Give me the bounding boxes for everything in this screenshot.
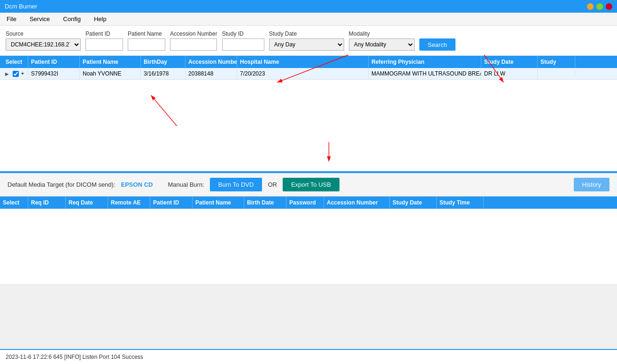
study-date-label: Study Date: [269, 30, 344, 37]
minimize-btn[interactable]: [587, 3, 594, 10]
status-message: 2023-11-6 17:22:6 645 [INFO] Listen Port…: [6, 354, 143, 360]
patient-name-field-group: Patient Name: [128, 30, 165, 51]
row-accession-number: 20388148: [185, 68, 237, 79]
manual-burn-label: Manual Burn:: [168, 181, 204, 188]
accession-number-field-group: Accession Number: [170, 30, 217, 51]
top-table-body: ▶ + S7999432I Noah YVONNE 3/16/1978 2038…: [0, 68, 617, 171]
col-hospital-name: Hospital Name: [237, 56, 369, 68]
top-table: Select Patient ID Patient Name BirthDay …: [0, 56, 617, 171]
btcol-req-date: Req Date: [66, 197, 108, 209]
row-expand-arrow[interactable]: ▶: [3, 71, 11, 76]
bottom-table: Select Req ID Req Date Remote AE Patient…: [0, 197, 617, 284]
btcol-remote-ae: Remote AE: [108, 197, 150, 209]
col-accession-number: Accession Number: [185, 56, 237, 68]
study-id-input[interactable]: [222, 38, 264, 51]
col-select: Select: [0, 56, 28, 68]
row-patient-name: Noah YVONNE: [80, 68, 141, 79]
bottom-table-body: [0, 209, 617, 284]
source-label: Source: [6, 30, 81, 37]
study-id-label: Study ID: [222, 30, 264, 37]
btcol-req-id: Req ID: [28, 197, 66, 209]
col-referring-physician: Referring Physician: [369, 56, 481, 68]
close-btn[interactable]: [606, 3, 612, 10]
app-title: Dcm Burner: [5, 3, 37, 10]
menu-service[interactable]: Service: [27, 15, 53, 23]
menu-bar: File Service Config Help: [0, 13, 617, 26]
burn-to-dvd-button[interactable]: Burn To DVD: [210, 178, 262, 191]
modality-label: Modality: [349, 30, 415, 37]
modality-select[interactable]: Any Modality: [349, 38, 415, 51]
history-button[interactable]: History: [574, 178, 609, 191]
export-to-usb-button[interactable]: Export To USB: [283, 178, 339, 191]
menu-config[interactable]: Config: [60, 15, 84, 23]
default-media-label: Default Media Target (for DICOM send):: [8, 181, 116, 188]
col-patient-name: Patient Name: [80, 56, 141, 68]
search-area: Source DCM4CHEE:192.168.27 Patient ID Pa…: [0, 26, 617, 56]
search-button[interactable]: Search: [419, 38, 455, 51]
study-id-field-group: Study ID: [222, 30, 264, 51]
patient-name-input[interactable]: [128, 38, 165, 51]
row-select-col: ▶ +: [0, 68, 28, 79]
epson-cd-value[interactable]: EPSON CD: [121, 181, 153, 188]
title-bar: Dcm Burner: [0, 0, 617, 13]
burn-area: Default Media Target (for DICOM send): E…: [0, 173, 617, 197]
study-date-select[interactable]: Any Day: [269, 38, 344, 51]
btcol-study-date: Study Date: [390, 197, 437, 209]
bottom-table-header: Select Req ID Req Date Remote AE Patient…: [0, 197, 617, 209]
status-bar: 2023-11-6 17:22:6 645 [INFO] Listen Port…: [0, 349, 617, 364]
btcol-accession-number: Accession Number: [324, 197, 390, 209]
row-plus: +: [21, 70, 24, 77]
maximize-btn[interactable]: [596, 3, 603, 10]
accession-number-input[interactable]: [170, 38, 217, 51]
table-row[interactable]: ▶ + S7999432I Noah YVONNE 3/16/1978 2038…: [0, 68, 617, 80]
col-study: Study: [538, 56, 575, 68]
search-button-group: Search: [419, 38, 455, 51]
top-section: Source DCM4CHEE:192.168.27 Patient ID Pa…: [0, 26, 617, 171]
row-study: [538, 71, 575, 76]
btcol-password: Password: [286, 197, 324, 209]
study-date-field-group: Study Date Any Day: [269, 30, 344, 51]
btcol-select: Select: [0, 197, 28, 209]
window-controls[interactable]: [587, 3, 612, 10]
row-study-date: DR LI W: [481, 68, 538, 79]
or-text: OR: [268, 181, 277, 188]
row-hospital-name: 7/20/2023: [237, 68, 369, 79]
modality-field-group: Modality Any Modality: [349, 30, 415, 51]
row-patient-id: S7999432I: [28, 68, 80, 79]
col-patient-id: Patient ID: [28, 56, 80, 68]
row-checkbox[interactable]: [13, 71, 19, 77]
source-field-group: Source DCM4CHEE:192.168.27: [6, 30, 81, 51]
btcol-study-time: Study Time: [437, 197, 484, 209]
row-referring-physician: MAMMOGRAM WITH ULTRASOUND BREAST: [369, 68, 481, 79]
menu-help[interactable]: Help: [91, 15, 109, 23]
col-study-date: Study Date: [481, 56, 538, 68]
patient-id-field-group: Patient ID: [85, 30, 123, 51]
top-table-header: Select Patient ID Patient Name BirthDay …: [0, 56, 617, 68]
col-birthday: BirthDay: [141, 56, 185, 68]
accession-number-label: Accession Number: [170, 30, 217, 37]
btcol-patient-name: Patient Name: [193, 197, 244, 209]
row-birthday: 3/16/1978: [141, 68, 185, 79]
menu-file[interactable]: File: [4, 15, 19, 23]
patient-id-label: Patient ID: [85, 30, 123, 37]
patient-id-input[interactable]: [85, 38, 123, 51]
btcol-patient-id: Patient ID: [150, 197, 193, 209]
btcol-birth-date: Birth Date: [244, 197, 286, 209]
patient-name-label: Patient Name: [128, 30, 165, 37]
source-select[interactable]: DCM4CHEE:192.168.27: [6, 38, 81, 51]
